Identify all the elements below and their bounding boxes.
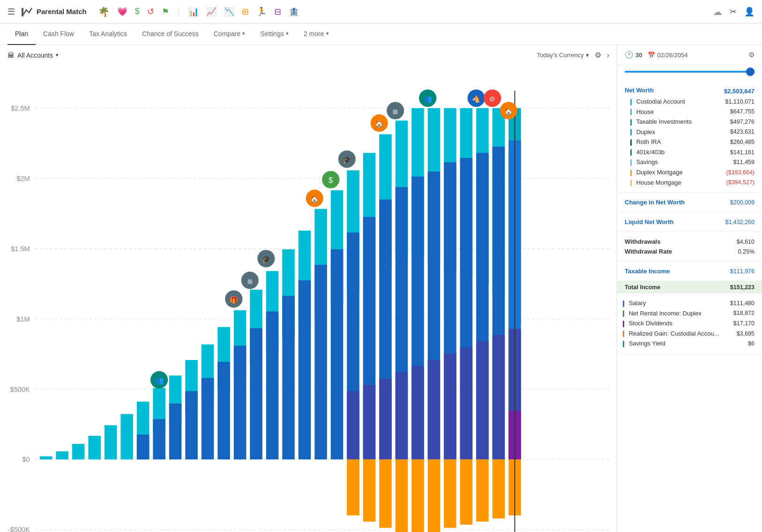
tab-compare[interactable]: Compare ▾ (206, 23, 253, 45)
account-401k: 401k/403b $141,161 (630, 147, 755, 157)
color-dot (623, 300, 624, 307)
time-range-value: 30 (635, 52, 642, 59)
color-dot (630, 170, 632, 176)
income-label: Net Rental Income: Duplex (623, 310, 702, 317)
tab-more[interactable]: 2 more ▾ (296, 23, 336, 45)
svg-rect-57 (379, 379, 392, 459)
svg-rect-85 (493, 335, 505, 459)
color-dot (623, 341, 624, 347)
accounts-selector[interactable]: 🏛 All Accounts ▾ (7, 51, 59, 59)
taxable-income-row: Taxable Income $111,976 (625, 266, 755, 276)
clock-icon: 🕐 (625, 51, 634, 59)
net-worth-title-row: Net Worth $2,503,647 (625, 87, 755, 96)
liquid-net-worth-section: Liquid Net Worth $1,432,260 (617, 212, 762, 232)
plant-icon[interactable]: 🌴 (98, 6, 110, 17)
currency-selector[interactable]: Today's Currency ▾ (537, 52, 589, 59)
svg-rect-66 (411, 459, 424, 532)
line-chart-up-icon[interactable]: 📈 (206, 7, 217, 17)
svg-rect-15 (40, 457, 52, 460)
liquid-net-worth-label: Liquid Net Worth (625, 218, 673, 225)
heart-icon[interactable]: 💗 (117, 7, 127, 17)
chart-header: 🏛 All Accounts ▾ Today's Currency ▾ ⚙ › (0, 45, 617, 65)
income-value: $6 (748, 340, 755, 347)
bank-icon[interactable]: 🏦 (289, 7, 299, 17)
more-chevron: ▾ (326, 30, 329, 37)
nav-toolbar: 🌴 💗 $ ↺ ⚑ 📊 📈 📉 ⊞ 🏃 ⊟ 🏦 (98, 6, 299, 17)
person-icon[interactable]: 🏃 (256, 7, 267, 17)
svg-text:⊘: ⊘ (489, 95, 495, 103)
tab-settings[interactable]: Settings ▾ (253, 23, 296, 45)
logo-icon (21, 5, 34, 18)
slider-knob[interactable] (746, 67, 755, 76)
accounts-list: Custodial Account $1,110,071 House $647,… (625, 97, 755, 187)
cloud-icon[interactable]: ☁ (713, 6, 722, 17)
main-content: 🏛 All Accounts ▾ Today's Currency ▾ ⚙ › … (0, 45, 762, 532)
svg-text:🏠: 🏠 (375, 120, 384, 128)
settings-chevron: ▾ (286, 30, 289, 37)
tab-cash-flow[interactable]: Cash Flow (36, 23, 82, 45)
bar-chart-svg: $2.5M $2M $1.5M $1M $500K $0 -$500K (4, 65, 613, 532)
svg-text:⊞: ⊞ (247, 278, 253, 285)
withdrawals-section: Withdrawals $4,610 Withdrawal Rate 0.25% (617, 232, 762, 262)
svg-text:⊞: ⊞ (393, 108, 398, 115)
svg-rect-24 (153, 419, 165, 459)
withdrawals-label: Withdrawals (625, 238, 660, 245)
svg-rect-77 (460, 347, 473, 459)
svg-rect-73 (444, 354, 456, 460)
account-house-mortgage: House Mortgage ($394,527) (630, 178, 755, 188)
tab-chance-of-success[interactable]: Chance of Success (134, 23, 206, 45)
hamburger-icon[interactable]: ☰ (7, 7, 15, 17)
tab-tax-analytics[interactable]: Tax Analytics (82, 23, 134, 45)
grid-icon[interactable]: ⊞ (242, 7, 249, 17)
total-income-row: Total Income $151,223 (617, 281, 762, 293)
app-title: Parental Match (37, 7, 87, 15)
tab-bar: Plan Cash Flow Tax Analytics Chance of S… (0, 23, 762, 45)
svg-rect-40 (282, 296, 295, 459)
accounts-icon: 🏛 (7, 51, 15, 59)
line-chart-down-icon[interactable]: 📉 (224, 7, 234, 17)
svg-rect-54 (363, 459, 376, 522)
income-dividends: Stock Dividends $17,170 (623, 318, 755, 329)
svg-text:🎁: 🎁 (230, 296, 239, 304)
income-label: Realized Gain: Custodial Accou... (623, 330, 719, 337)
change-net-worth-section: Change in Net Worth $200,009 (617, 193, 762, 212)
account-value: $141,161 (730, 149, 755, 156)
tab-plan[interactable]: Plan (7, 23, 36, 45)
table-icon[interactable]: ⊟ (274, 7, 281, 17)
bar-chart-icon[interactable]: 📊 (188, 7, 199, 17)
svg-rect-0 (22, 8, 23, 16)
income-items-section: Salary $111,480 Net Rental Income: Duple… (617, 293, 762, 354)
account-taxable: Taxable Investments $497,276 (630, 117, 755, 127)
accounts-label: All Accounts (17, 52, 53, 59)
color-dot (630, 129, 632, 135)
svg-text:$2.5M: $2.5M (11, 105, 30, 112)
total-income-value: $151,223 (730, 284, 755, 291)
svg-rect-62 (396, 459, 408, 532)
account-label: Duplex (630, 128, 655, 136)
account-label: 401k/403b (630, 149, 665, 156)
forward-arrow[interactable]: › (607, 51, 609, 60)
user-icon[interactable]: 👤 (744, 7, 755, 17)
settings-gear-icon[interactable]: ⚙ (748, 51, 755, 59)
svg-rect-36 (250, 328, 262, 459)
svg-rect-18 (88, 436, 101, 459)
filter-icon[interactable]: ⚙ (595, 51, 601, 60)
panel-header: 🕐 30 📅 02/26/2054 ⚙ (617, 45, 762, 65)
income-value: $18,872 (733, 310, 755, 316)
svg-rect-44 (314, 265, 327, 459)
refresh-icon[interactable]: ↺ (147, 7, 154, 17)
scissors-icon[interactable]: ✂ (730, 7, 737, 17)
svg-rect-16 (56, 451, 68, 459)
account-value: $647,755 (730, 108, 755, 115)
flag-icon[interactable]: ⚑ (162, 7, 169, 17)
dollar-icon[interactable]: $ (135, 7, 140, 16)
svg-rect-38 (266, 311, 279, 459)
income-savings-yield: Savings Yield $6 (623, 338, 755, 349)
svg-text:-$500K: -$500K (8, 526, 30, 532)
svg-rect-50 (347, 459, 359, 515)
chart-header-right: Today's Currency ▾ ⚙ › (537, 51, 609, 60)
slider-bg (625, 71, 755, 73)
svg-rect-46 (331, 249, 344, 459)
svg-rect-61 (396, 372, 408, 459)
color-dot (623, 330, 624, 337)
